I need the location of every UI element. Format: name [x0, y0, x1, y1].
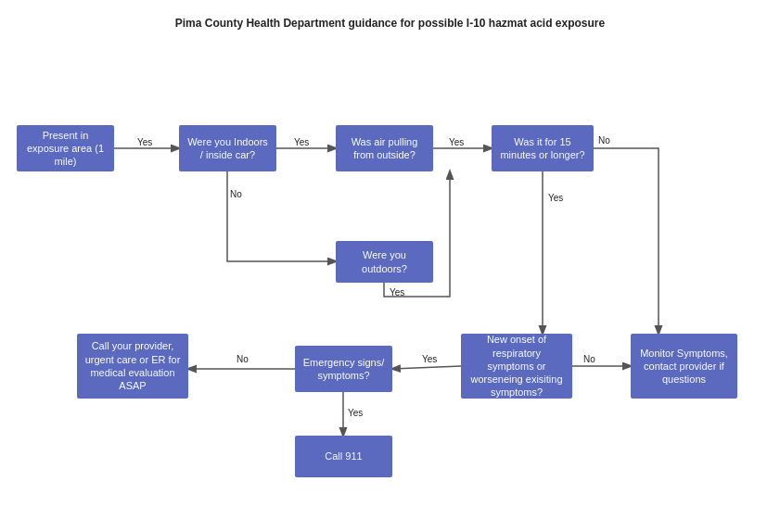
node-outdoors: Were you outdoors? — [336, 241, 433, 283]
node-new-onset: New onset of respiratory symptoms or wor… — [461, 334, 572, 399]
label-yes4: Yes — [390, 287, 404, 298]
label-no4: No — [237, 354, 249, 364]
node-indoors: Were you Indoors / inside car? — [179, 125, 276, 171]
label-yes6: Yes — [422, 354, 437, 364]
node-call-provider: Call your provider, urgent care or ER fo… — [77, 334, 188, 399]
label-no3: No — [583, 354, 595, 364]
label-no2: No — [230, 189, 242, 199]
label-yes5: Yes — [548, 193, 563, 203]
page-title: Pima County Health Department guidance f… — [0, 0, 780, 30]
node-fifteen-min: Was it for 15 minutes or longer? — [492, 125, 594, 171]
node-monitor: Monitor Symptoms, contact provider if qu… — [631, 334, 737, 399]
label-yes3: Yes — [449, 137, 464, 147]
label-yes1: Yes — [137, 137, 152, 147]
node-emergency: Emergency signs/ symptoms? — [295, 346, 392, 392]
node-air-pulling: Was air pulling from outside? — [336, 125, 433, 171]
label-no1: No — [598, 135, 610, 146]
svg-line-5 — [392, 366, 461, 369]
node-present: Present in exposure area (1 mile) — [17, 125, 114, 171]
label-yes2: Yes — [294, 137, 309, 147]
node-call-911: Call 911 — [295, 436, 392, 477]
label-yes-911: Yes — [348, 408, 363, 418]
